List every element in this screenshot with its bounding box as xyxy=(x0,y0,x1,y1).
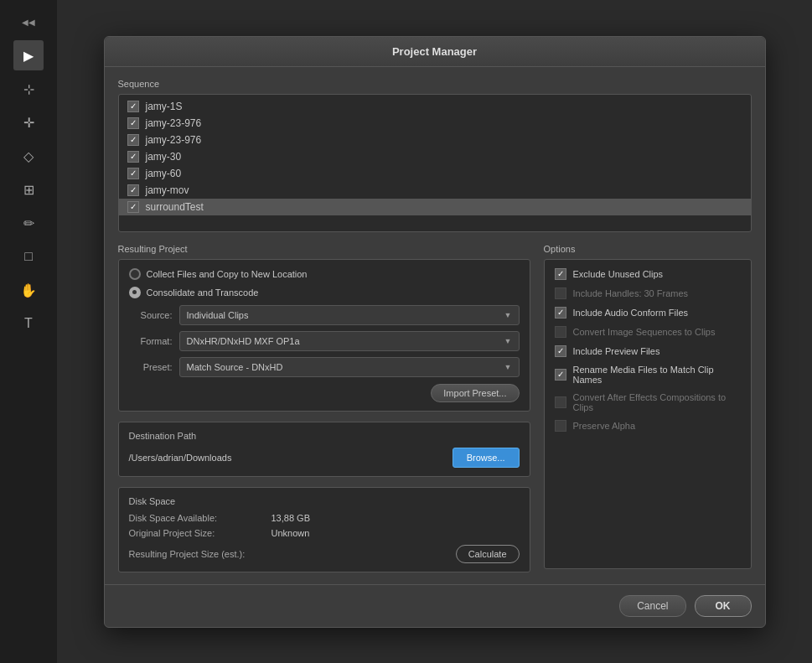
text-tool-icon[interactable]: T xyxy=(13,308,44,339)
option-audio-conform[interactable]: ✓ Include Audio Conform Files xyxy=(555,307,741,319)
format-select[interactable]: DNxHR/DNxHD MXF OP1a ▼ xyxy=(179,331,520,351)
slip-tool-icon[interactable]: ⊞ xyxy=(13,174,44,205)
seq-item-jamy30[interactable]: ✓ jamy-30 xyxy=(119,148,751,165)
radio-collect-label: Collect Files and Copy to New Location xyxy=(147,269,308,279)
import-preset-container: Import Preset... xyxy=(129,384,520,402)
import-preset-button[interactable]: Import Preset... xyxy=(431,384,519,402)
opt-label-convert-img-seq: Convert Image Sequences to Clips xyxy=(573,327,716,337)
opt-checkbox-convert-ae[interactable] xyxy=(555,396,566,408)
seq-item-jamy1s[interactable]: ✓ jamy-1S xyxy=(119,98,751,115)
source-row: Source: Individual Clips ▼ xyxy=(129,305,520,325)
radio-consolidate-circle[interactable] xyxy=(129,287,141,298)
opt-label-preserve-alpha: Preserve Alpha xyxy=(573,421,636,431)
radio-consolidate-row[interactable]: Consolidate and Transcode xyxy=(129,287,520,298)
preset-select[interactable]: Match Source - DNxHD ▼ xyxy=(179,357,520,377)
opt-label-exclude-unused: Exclude Unused Clips xyxy=(573,269,664,279)
seq-name-jamy1s: jamy-1S xyxy=(146,101,183,112)
opt-checkbox-exclude-unused[interactable]: ✓ xyxy=(555,268,566,280)
preset-row: Preset: Match Source - DNxHD ▼ xyxy=(129,357,520,377)
source-select[interactable]: Individual Clips ▼ xyxy=(179,305,520,325)
destination-section: Destination Path /Users/adrian/Downloads… xyxy=(118,422,530,477)
resulting-size-label: Resulting Project Size (est.): xyxy=(129,549,456,559)
format-chevron-icon: ▼ xyxy=(504,337,512,345)
move-tool-icon[interactable]: ✛ xyxy=(13,107,44,137)
disk-space-label: Disk Space xyxy=(129,496,520,506)
cancel-button[interactable]: Cancel xyxy=(619,595,685,617)
disk-available-value: 13,88 GB xyxy=(272,513,310,523)
radio-collect-circle[interactable] xyxy=(129,268,141,280)
source-label: Source: xyxy=(129,310,173,320)
seq-checkbox-jamy23b[interactable]: ✓ xyxy=(127,134,139,146)
option-rename-media[interactable]: ✓ Rename Media Files to Match Clip Names xyxy=(555,365,741,385)
razor-tool-icon[interactable]: ◇ xyxy=(13,141,44,171)
seq-name-surround: surroundTest xyxy=(146,201,204,213)
radio-collect-row[interactable]: Collect Files and Copy to New Location xyxy=(129,268,520,280)
option-include-preview[interactable]: ✓ Include Preview Files xyxy=(555,345,741,357)
seq-checkbox-jamy23a[interactable]: ✓ xyxy=(127,117,139,129)
opt-checkbox-convert-img-seq[interactable] xyxy=(555,326,566,338)
option-include-handles[interactable]: Include Handles: 30 Frames xyxy=(555,287,741,299)
options-box: ✓ Exclude Unused Clips Include Handles: … xyxy=(544,259,752,569)
dialog-footer: Cancel OK xyxy=(105,584,765,627)
format-label: Format: xyxy=(129,336,173,346)
seq-item-jamymov[interactable]: ✓ jamy-mov xyxy=(119,182,751,199)
sequence-label: Sequence xyxy=(118,79,752,89)
format-row: Format: DNxHR/DNxHD MXF OP1a ▼ xyxy=(129,331,520,351)
seq-checkbox-jamy1s[interactable]: ✓ xyxy=(127,101,139,112)
original-size-row: Original Project Size: Unknown xyxy=(129,528,520,538)
preset-chevron-icon: ▼ xyxy=(504,363,512,371)
source-chevron-icon: ▼ xyxy=(504,311,512,319)
seq-item-surround[interactable]: ✓ surroundTest xyxy=(119,199,751,215)
toolbar-expand[interactable]: ◀◀ xyxy=(22,7,35,37)
opt-label-audio-conform: Include Audio Conform Files xyxy=(573,308,689,318)
seq-checkbox-jamy60[interactable]: ✓ xyxy=(127,168,139,179)
calculate-button[interactable]: Calculate xyxy=(456,545,520,563)
seq-item-jamy60[interactable]: ✓ jamy-60 xyxy=(119,165,751,182)
disk-available-row: Disk Space Available: 13,88 GB xyxy=(129,513,520,523)
pen-tool-icon[interactable]: ✏ xyxy=(13,208,44,238)
dialog-overlay: Project Manager Sequence ✓ jamy-1S ✓ jam… xyxy=(57,0,812,663)
seq-name-jamy23b: jamy-23-976 xyxy=(146,134,202,146)
opt-checkbox-audio-conform[interactable]: ✓ xyxy=(555,307,566,319)
opt-label-convert-ae: Convert After Effects Compositions to Cl… xyxy=(573,392,741,412)
option-preserve-alpha[interactable]: Preserve Alpha xyxy=(555,420,741,432)
original-size-value: Unknown xyxy=(272,528,310,538)
seq-item-jamy23-976b[interactable]: ✓ jamy-23-976 xyxy=(119,132,751,148)
destination-path: /Users/adrian/Downloads xyxy=(129,453,446,463)
format-value: DNxHR/DNxHD MXF OP1a xyxy=(187,336,300,346)
resulting-project-box: Collect Files and Copy to New Location C… xyxy=(118,259,530,412)
seq-checkbox-jamy30[interactable]: ✓ xyxy=(127,151,139,163)
resulting-size-row: Resulting Project Size (est.): Calculate xyxy=(129,545,520,563)
source-value: Individual Clips xyxy=(187,310,249,320)
option-exclude-unused[interactable]: ✓ Exclude Unused Clips xyxy=(555,268,741,280)
seq-item-jamy23-976a[interactable]: ✓ jamy-23-976 xyxy=(119,115,751,132)
opt-checkbox-rename-media[interactable]: ✓ xyxy=(555,369,566,381)
disk-available-label: Disk Space Available: xyxy=(129,513,272,523)
seq-name-jamymov: jamy-mov xyxy=(146,184,189,196)
opt-label-rename-media: Rename Media Files to Match Clip Names xyxy=(573,365,741,385)
opt-label-include-preview: Include Preview Files xyxy=(573,346,660,356)
left-column: Resulting Project Collect Files and Copy… xyxy=(118,244,530,572)
opt-checkbox-include-handles[interactable] xyxy=(555,287,566,299)
browse-button[interactable]: Browse... xyxy=(453,448,520,468)
opt-checkbox-include-preview[interactable]: ✓ xyxy=(555,345,566,357)
destination-row: /Users/adrian/Downloads Browse... xyxy=(129,448,520,468)
preset-value: Match Source - DNxHD xyxy=(187,362,283,372)
opt-checkbox-preserve-alpha[interactable] xyxy=(555,420,566,432)
arrow-tool-icon[interactable]: ▶ xyxy=(13,40,44,70)
selection-tool-icon[interactable]: ⊹ xyxy=(13,74,44,104)
dialog-body: Sequence ✓ jamy-1S ✓ jamy-23-976 ✓ jamy-… xyxy=(105,67,765,584)
seq-checkbox-jamymov[interactable]: ✓ xyxy=(127,184,139,196)
rect-tool-icon[interactable]: □ xyxy=(13,241,44,272)
seq-checkbox-surround[interactable]: ✓ xyxy=(127,201,139,213)
option-convert-ae[interactable]: Convert After Effects Compositions to Cl… xyxy=(555,392,741,412)
project-manager-dialog: Project Manager Sequence ✓ jamy-1S ✓ jam… xyxy=(104,36,766,628)
options-label: Options xyxy=(544,244,752,254)
preset-label: Preset: xyxy=(129,362,173,372)
ok-button[interactable]: OK xyxy=(695,595,752,617)
sequence-list: ✓ jamy-1S ✓ jamy-23-976 ✓ jamy-23-976 ✓ … xyxy=(118,94,752,232)
destination-label: Destination Path xyxy=(129,431,520,441)
option-convert-img-seq[interactable]: Convert Image Sequences to Clips xyxy=(555,326,741,338)
hand-tool-icon[interactable]: ✋ xyxy=(13,275,44,305)
right-column: Options ✓ Exclude Unused Clips Include H… xyxy=(544,244,752,572)
